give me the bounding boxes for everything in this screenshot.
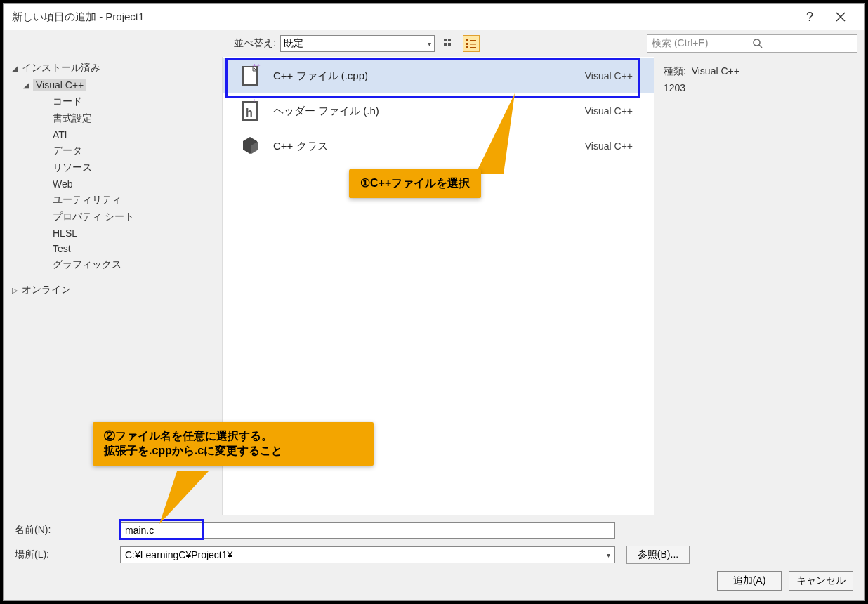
- window-title: 新しい項目の追加 - Project1: [12, 11, 794, 24]
- tree-item[interactable]: ATL: [4, 127, 222, 143]
- callout-arrow-1: [475, 93, 539, 178]
- tree-item[interactable]: ユーティリティ: [4, 192, 222, 209]
- cancel-button[interactable]: キャンセル: [789, 571, 853, 591]
- tree-item[interactable]: データ: [4, 143, 222, 159]
- svg-text:++: ++: [252, 64, 261, 69]
- svg-rect-3: [448, 43, 451, 46]
- svg-marker-17: [159, 471, 209, 524]
- cpp-file-icon: ++: [237, 62, 265, 90]
- tree-item[interactable]: Test: [4, 241, 222, 256]
- svg-rect-1: [448, 39, 451, 41]
- callout-arrow-2: [159, 471, 209, 527]
- search-icon: [752, 38, 853, 49]
- tree-item[interactable]: グラフィックス: [4, 256, 222, 273]
- svg-point-10: [754, 39, 760, 46]
- tree-online[interactable]: ▷オンライン: [4, 282, 222, 298]
- details-line2: 1203: [664, 82, 855, 93]
- location-input[interactable]: C:¥LearningC¥Project1¥ ▾: [120, 546, 615, 563]
- tree-item[interactable]: プロパティ シート: [4, 209, 222, 225]
- svg-rect-8: [466, 46, 468, 48]
- add-button[interactable]: 追加(A): [717, 571, 782, 591]
- svg-text:++: ++: [252, 99, 261, 104]
- callout-1: ①C++ファイルを選択: [349, 169, 481, 198]
- template-list: ++ C++ ファイル (.cpp) Visual C++ h++ ヘッダー フ…: [223, 57, 654, 515]
- titlebar: 新しい項目の追加 - Project1 ?: [4, 4, 864, 30]
- bottom-panel: 名前(N): main.c 場所(L): C:¥LearningC¥Projec…: [4, 515, 864, 600]
- details-type-value: Visual C++: [692, 65, 739, 77]
- details-type-label: 種類:: [664, 65, 686, 77]
- search-placeholder: 検索 (Ctrl+E): [652, 37, 752, 50]
- svg-rect-7: [470, 44, 476, 45]
- template-label: C++ ファイル (.cpp): [273, 70, 585, 83]
- svg-rect-9: [470, 47, 476, 48]
- template-lang: Visual C++: [585, 105, 633, 117]
- dialog-window: 新しい項目の追加 - Project1 ? 並べ替え: 既定 ▾ 検索 (Ctr…: [3, 3, 865, 601]
- search-input[interactable]: 検索 (Ctrl+E): [647, 34, 857, 53]
- tree-item[interactable]: 書式設定: [4, 110, 222, 127]
- body-area: ◢インストール済み ◢Visual C++ コード 書式設定 ATL データ リ…: [4, 57, 864, 515]
- tree-item[interactable]: リソース: [4, 159, 222, 176]
- browse-button[interactable]: 参照(B)...: [626, 546, 690, 564]
- tree-visual-cpp[interactable]: ◢Visual C++: [4, 77, 222, 93]
- callout-2: ②ファイル名を任意に選択する。 拡張子を.cppから.cに変更すること: [93, 422, 374, 466]
- sort-value: 既定: [284, 37, 303, 50]
- svg-rect-0: [444, 39, 447, 41]
- view-tiles-button[interactable]: [440, 35, 457, 52]
- svg-rect-6: [466, 43, 468, 45]
- tree-installed[interactable]: ◢インストール済み: [4, 60, 222, 77]
- svg-rect-2: [444, 43, 447, 46]
- svg-rect-5: [470, 40, 476, 41]
- template-cpp-class[interactable]: C++ クラス Visual C++: [223, 129, 654, 164]
- template-cpp-file[interactable]: ++ C++ ファイル (.cpp) Visual C++: [223, 58, 654, 93]
- name-label: 名前(N):: [15, 524, 120, 537]
- view-list-button[interactable]: [463, 35, 480, 52]
- template-lang: Visual C++: [585, 140, 633, 152]
- sort-dropdown[interactable]: 既定 ▾: [280, 35, 435, 52]
- header-file-icon: h++: [237, 97, 265, 125]
- svg-rect-4: [466, 39, 468, 41]
- help-button[interactable]: ?: [794, 6, 825, 28]
- template-lang: Visual C++: [585, 70, 633, 81]
- tree-item[interactable]: HLSL: [4, 225, 222, 241]
- location-label: 場所(L):: [15, 549, 120, 561]
- svg-text:h: h: [246, 107, 253, 119]
- template-header-file[interactable]: h++ ヘッダー ファイル (.h) Visual C++: [223, 93, 654, 129]
- tree-item[interactable]: Web: [4, 176, 222, 192]
- chevron-down-icon: ▾: [607, 551, 610, 559]
- details-pane: 種類: Visual C++ 1203: [654, 57, 864, 515]
- sort-label: 並べ替え:: [234, 37, 276, 50]
- tree-item[interactable]: コード: [4, 93, 222, 110]
- close-button[interactable]: [825, 6, 856, 28]
- cpp-class-icon: [237, 132, 265, 160]
- svg-marker-16: [475, 93, 515, 174]
- toolbar: 並べ替え: 既定 ▾ 検索 (Ctrl+E): [4, 30, 864, 57]
- chevron-down-icon: ▾: [428, 40, 431, 48]
